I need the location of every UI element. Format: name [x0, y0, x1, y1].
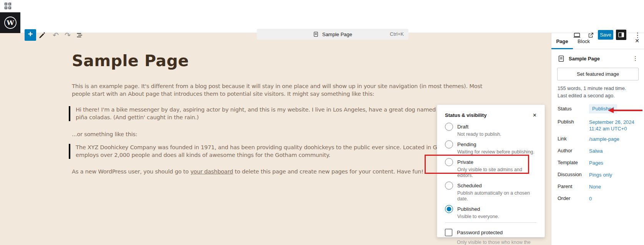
sidebar-document-title: Sample Page: [569, 56, 629, 62]
grid-square: [8, 3, 11, 5]
status-option-pending: Pending Waiting for review before publis…: [445, 140, 537, 155]
status-option-published: Published Visible to everyone.: [445, 205, 537, 220]
settings-sidebar-toggle[interactable]: [616, 30, 626, 40]
summary-row-link: Link /sample-page: [551, 135, 644, 147]
scheduled-label: Scheduled: [457, 183, 482, 188]
author-value-button[interactable]: Salwa: [589, 147, 603, 154]
discussion-value-button[interactable]: Pings only: [589, 170, 612, 178]
page-title[interactable]: Sample Page: [72, 52, 189, 70]
sidebar-document-row: Sample Page ⋮: [558, 54, 638, 63]
draft-label: Draft: [457, 124, 468, 130]
set-featured-image-button[interactable]: Set featured image: [557, 68, 639, 80]
document-meta: 155 words, 1 minute read time. Last edit…: [558, 85, 626, 99]
annotation-arrow-line: [613, 110, 642, 111]
close-icon[interactable]: ✕: [533, 112, 537, 118]
quote-block-1[interactable]: Hi there! I'm a bike messenger by day, a…: [69, 106, 476, 121]
scheduled-description: Publish automatically on a chosen date.: [457, 190, 537, 202]
row-label: Author: [558, 147, 589, 153]
laptop-icon: [573, 31, 581, 39]
published-radio-row[interactable]: Published: [445, 205, 537, 213]
password-protected-description: Only visible to those who know the passw…: [457, 240, 537, 245]
pending-label: Pending: [457, 142, 476, 147]
wordpress-icon: W: [3, 16, 17, 30]
grid-square: [5, 3, 7, 5]
link-value-button[interactable]: /sample-page: [589, 135, 619, 142]
order-value-button[interactable]: 0: [589, 194, 592, 202]
draft-description: Not ready to publish.: [457, 132, 537, 137]
document-icon: [558, 55, 565, 62]
template-value-button[interactable]: Pages: [589, 158, 603, 166]
password-protected-label: Password protected: [457, 230, 503, 235]
save-button[interactable]: Save: [598, 30, 613, 40]
block-inserter-button[interactable]: +: [25, 29, 36, 41]
publish-date-button[interactable]: September 26, 2024 11:42 am UTC+0: [589, 118, 634, 132]
published-description: Visible to everyone.: [457, 214, 537, 220]
apps-grid-icon[interactable]: [5, 3, 12, 10]
pending-radio-row[interactable]: Pending: [445, 140, 537, 148]
row-label: Link: [558, 135, 589, 142]
tab-page[interactable]: Page: [551, 33, 573, 49]
sidebar-toggle-icon: [617, 31, 625, 38]
quote-block-2[interactable]: The XYZ Doohickey Company was founded in…: [69, 144, 481, 159]
closing-before: As a new WordPress user, you should go t…: [72, 168, 190, 175]
edit-tools-button[interactable]: [37, 30, 47, 40]
row-label: Discussion: [558, 170, 589, 177]
closing-after: to delete this page and create new pages…: [233, 168, 423, 175]
parent-value-button[interactable]: None: [589, 182, 601, 190]
pending-description: Waiting for review before publishing.: [457, 149, 537, 155]
editor-header: W + ↶ ↷ Sample Page Ctrl+K: [0, 12, 644, 33]
document-icon: [313, 31, 319, 37]
row-label: Template: [558, 158, 589, 165]
grid-square: [5, 7, 7, 9]
draft-radio[interactable]: [445, 123, 453, 131]
summary-row-author: Author Salwa: [551, 147, 644, 158]
view-page-button[interactable]: [586, 30, 596, 40]
svg-text:W: W: [6, 19, 14, 27]
grid-square: [8, 7, 11, 9]
redo-button[interactable]: ↷: [63, 30, 73, 40]
password-protected-row[interactable]: Password protected: [445, 228, 537, 237]
scheduled-radio[interactable]: [445, 182, 453, 190]
preview-button[interactable]: [572, 30, 582, 40]
row-label: Order: [558, 194, 589, 201]
popover-divider: [445, 222, 537, 223]
browser-top-strip: [0, 0, 644, 12]
command-bar-title: Sample Page: [322, 32, 352, 37]
pending-radio[interactable]: [445, 140, 453, 148]
settings-sidebar: Page Block ✕ Sample Page ⋮ Set featured …: [551, 33, 644, 245]
undo-button[interactable]: ↶: [51, 30, 61, 40]
popover-title: Status & visibility: [445, 112, 486, 118]
row-label: Status: [558, 105, 589, 112]
status-option-scheduled: Scheduled Publish automatically on a cho…: [445, 181, 537, 202]
word-count: 155 words, 1 minute read time.: [558, 85, 626, 92]
published-radio[interactable]: [445, 205, 453, 213]
row-label: Parent: [558, 182, 589, 189]
command-bar-shortcut: Ctrl+K: [390, 31, 404, 37]
summary-row-template: Template Pages: [551, 158, 644, 170]
summary-row-publish: Publish September 26, 2024 11:42 am UTC+…: [551, 118, 644, 135]
wordpress-logo-button[interactable]: W: [0, 12, 20, 33]
draft-radio-row[interactable]: Draft: [445, 122, 537, 131]
your-dashboard-link[interactable]: your dashboard: [190, 168, 233, 175]
summary-row-discussion: Discussion Pings only: [551, 170, 644, 182]
summary-row-status: Status Published: [551, 105, 644, 118]
status-option-draft: Draft Not ready to publish.: [445, 122, 537, 137]
scheduled-radio-row[interactable]: Scheduled: [445, 181, 537, 190]
published-label: Published: [457, 206, 480, 212]
password-protected-checkbox[interactable]: [445, 229, 452, 236]
annotation-highlight-box: [425, 155, 529, 174]
options-menu-button[interactable]: ⋮: [632, 30, 642, 40]
document-actions-icon[interactable]: ⋮: [632, 55, 638, 62]
command-palette-bar[interactable]: Sample Page Ctrl+K: [257, 29, 408, 40]
summary-row-order: Order 0: [551, 194, 644, 206]
document-overview-button[interactable]: [75, 30, 85, 40]
intro-paragraph[interactable]: This is an example page. It's different …: [72, 83, 482, 98]
last-edited: Last edited a second ago.: [558, 92, 626, 99]
summary-rows: Status Published Publish September 26, 2…: [551, 105, 644, 206]
external-link-icon: [587, 32, 594, 39]
pencil-icon: [38, 31, 46, 39]
summary-row-parent: Parent None: [551, 182, 644, 194]
or-paragraph[interactable]: ...or something like this:: [72, 131, 137, 138]
closing-paragraph[interactable]: As a new WordPress user, you should go t…: [72, 168, 423, 176]
list-view-icon: [76, 31, 83, 39]
